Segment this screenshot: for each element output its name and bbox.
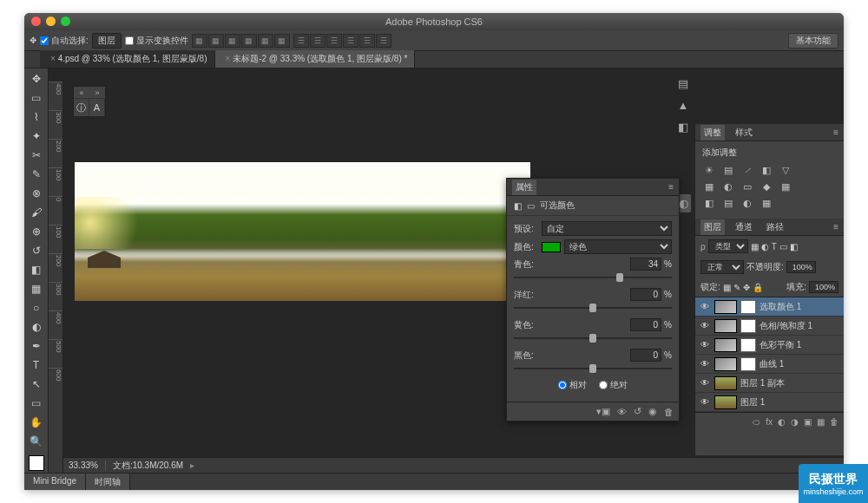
new-layer-icon[interactable]: ▦	[817, 417, 825, 427]
maximize-window-icon[interactable]	[61, 16, 70, 26]
distribute-icon[interactable]: ☰	[326, 34, 342, 48]
layer-row[interactable]: 👁 色彩平衡 1	[695, 336, 844, 355]
history-brush-tool[interactable]: ↺	[27, 242, 46, 259]
lock-icon[interactable]: ✎	[733, 283, 740, 292]
properties-tab[interactable]: 属性	[512, 180, 536, 195]
hue-icon[interactable]: ▦	[702, 180, 716, 193]
adjustment-layer-icon[interactable]: ◑	[791, 417, 799, 427]
slider-track[interactable]	[514, 333, 672, 343]
relative-radio[interactable]: 相对	[558, 379, 587, 391]
distribute-icon[interactable]: ☰	[359, 34, 375, 48]
channels-tab[interactable]: 通道	[732, 219, 756, 235]
wand-tool[interactable]: ✦	[27, 127, 46, 145]
show-transform-checkbox[interactable]: 显示变换控件	[125, 35, 188, 47]
invert-icon[interactable]: ◧	[702, 197, 716, 209]
bw-icon[interactable]: ◐	[721, 180, 735, 193]
distribute-icon[interactable]: ☰	[343, 34, 358, 48]
layer-thumb[interactable]	[714, 357, 737, 371]
type-icon[interactable]: A	[89, 99, 105, 116]
move-tool[interactable]: ✥	[27, 70, 46, 88]
filter-type-icon[interactable]: T	[772, 242, 777, 252]
layer-thumb[interactable]	[714, 338, 737, 352]
layer-mask[interactable]	[740, 300, 756, 314]
levels-icon[interactable]: ▤	[721, 164, 735, 176]
distribute-icon[interactable]: ☰	[376, 34, 391, 48]
layer-row[interactable]: 👁 色相/饱和度 1	[695, 317, 844, 336]
align-icon[interactable]: ▦	[225, 34, 240, 48]
align-icon[interactable]: ▦	[241, 34, 257, 48]
fx-icon[interactable]: fx	[766, 417, 773, 427]
brightness-icon[interactable]: ☀	[702, 164, 716, 176]
panel-menu-icon[interactable]: ≡	[668, 182, 674, 192]
type-tool[interactable]: T	[27, 356, 46, 374]
blend-mode-select[interactable]: 正常	[700, 260, 744, 274]
lookup-icon[interactable]: ▦	[779, 180, 792, 193]
slider-value[interactable]: 0	[630, 318, 661, 331]
distribute-icon[interactable]: ☰	[293, 34, 309, 48]
visibility-icon[interactable]: 👁	[699, 359, 711, 369]
slider-value[interactable]: 0	[630, 349, 661, 362]
align-icon[interactable]: ▦	[274, 34, 290, 48]
layer-mask[interactable]	[740, 338, 756, 352]
pen-tool[interactable]: ✒	[27, 337, 46, 355]
group-icon[interactable]: ▣	[804, 417, 812, 427]
reset-icon[interactable]: ↺	[634, 406, 641, 417]
curves-icon[interactable]: ⟋	[740, 164, 754, 176]
layer-mask[interactable]	[740, 357, 756, 371]
layer-row[interactable]: 👁 图层 1	[695, 393, 844, 412]
slider-track[interactable]	[514, 363, 672, 374]
filter-shape-icon[interactable]: ▭	[779, 242, 787, 252]
close-tab-icon[interactable]: ×	[50, 54, 56, 63]
stamp-tool[interactable]: ⊕	[27, 223, 46, 240]
link-layers-icon[interactable]: ⬭	[753, 417, 760, 428]
align-icon[interactable]: ▦	[208, 34, 224, 48]
delete-icon[interactable]: 🗑	[664, 407, 674, 417]
visibility-icon[interactable]: 👁	[699, 397, 711, 407]
align-icon[interactable]: ▦	[192, 34, 207, 48]
color-swatches[interactable]	[29, 455, 44, 471]
lock-icon[interactable]: ✥	[743, 283, 750, 292]
history-icon[interactable]: ▤	[678, 77, 688, 90]
shape-tool[interactable]: ▭	[27, 395, 46, 412]
layer-thumb[interactable]	[714, 376, 737, 390]
mask-icon[interactable]: ◐	[778, 417, 786, 427]
document-tab[interactable]: × 4.psd @ 33% (选取颜色 1, 图层蒙版/8)	[40, 50, 215, 68]
layer-mask[interactable]	[740, 319, 756, 333]
crop-tool[interactable]: ✂	[27, 147, 46, 164]
zoom-level[interactable]: 33.33%	[69, 461, 98, 470]
opacity-value[interactable]: 100%	[786, 261, 816, 273]
character-mini-panel[interactable]: «» ⓘA	[73, 86, 106, 117]
channel-mixer-icon[interactable]: ◆	[760, 180, 773, 193]
lasso-tool[interactable]: ⌇	[27, 108, 46, 126]
lock-icon[interactable]: 🔒	[753, 283, 763, 292]
hand-tool[interactable]: ✋	[27, 414, 46, 431]
exposure-icon[interactable]: ◧	[760, 164, 773, 176]
filter-adj-icon[interactable]: ◐	[761, 242, 769, 252]
healing-tool[interactable]: ⊗	[27, 185, 46, 202]
marquee-tool[interactable]: ▭	[27, 89, 46, 107]
adjustments-tab[interactable]: 调整	[700, 125, 725, 140]
layer-kind-select[interactable]: 类型	[708, 239, 748, 253]
absolute-radio[interactable]: 绝对	[599, 379, 628, 391]
layers-tab[interactable]: 图层	[700, 219, 725, 235]
layer-thumb[interactable]	[714, 300, 737, 314]
visibility-icon[interactable]: 👁	[699, 378, 711, 388]
selective-color-icon[interactable]: ▦	[760, 197, 773, 209]
styles-tab[interactable]: 样式	[732, 125, 756, 140]
slider-track[interactable]	[514, 272, 672, 283]
slider-value[interactable]: 34	[630, 258, 661, 271]
dodge-tool[interactable]: ◐	[27, 318, 46, 336]
layer-thumb[interactable]	[714, 319, 737, 333]
close-window-icon[interactable]	[31, 16, 41, 26]
filter-pixel-icon[interactable]: ▦	[751, 242, 759, 252]
zoom-tool[interactable]: 🔍	[27, 433, 46, 450]
color-select[interactable]: 绿色	[564, 239, 672, 254]
timeline-tab[interactable]: 时间轴	[86, 474, 130, 490]
eyedropper-tool[interactable]: ✎	[27, 166, 46, 183]
delete-layer-icon[interactable]: 🗑	[830, 417, 838, 427]
gradient-tool[interactable]: ▦	[27, 280, 46, 297]
auto-select-checkbox[interactable]: 自动选择:	[40, 35, 89, 47]
layer-thumb[interactable]	[714, 395, 737, 409]
clip-icon[interactable]: ▾▣	[596, 406, 610, 417]
blur-tool[interactable]: ○	[27, 299, 46, 317]
